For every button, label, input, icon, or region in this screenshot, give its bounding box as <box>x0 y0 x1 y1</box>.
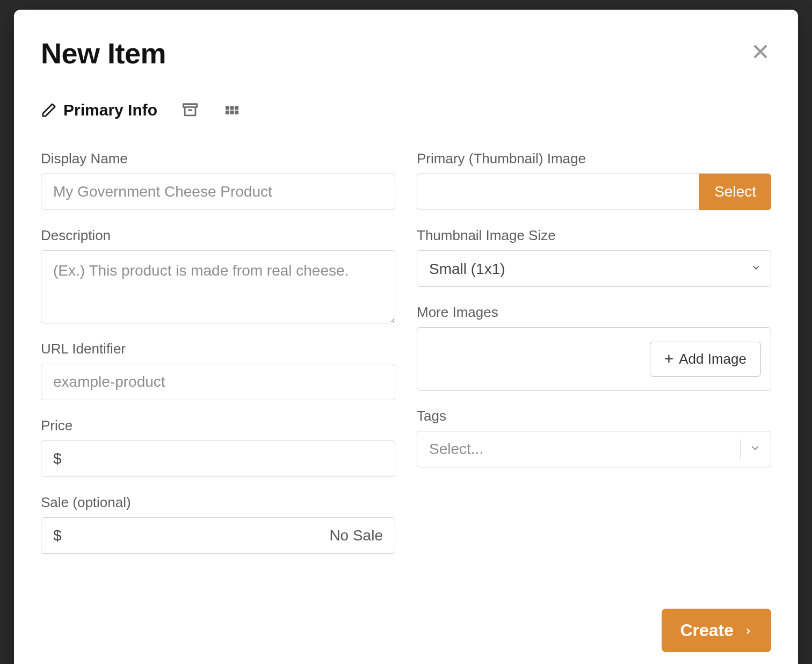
field-display-name: Display Name <box>41 150 395 210</box>
label-tags: Tags <box>417 408 771 424</box>
pencil-icon <box>41 102 57 118</box>
svg-rect-9 <box>235 111 238 114</box>
input-description[interactable] <box>41 250 395 323</box>
modal-header: New Item <box>41 37 771 70</box>
right-column: Primary (Thumbnail) Image Select Thumbna… <box>417 150 771 571</box>
modal-title: New Item <box>41 37 166 70</box>
field-url-identifier: URL Identifier <box>41 341 395 400</box>
svg-rect-4 <box>226 106 229 110</box>
field-more-images: More Images + Add Image <box>417 304 771 391</box>
input-display-name[interactable] <box>41 174 395 210</box>
price-prefix: $ <box>53 450 62 467</box>
tab-archive[interactable] <box>181 101 199 119</box>
label-primary-image: Primary (Thumbnail) Image <box>417 150 771 167</box>
more-images-box: + Add Image <box>417 327 771 391</box>
label-price: Price <box>41 417 395 434</box>
create-button[interactable]: Create <box>662 609 771 652</box>
field-price: Price $ <box>41 417 395 477</box>
form-body: Display Name Description URL Identifier … <box>41 150 771 571</box>
modal-footer: Create <box>41 609 771 652</box>
label-description: Description <box>41 227 395 244</box>
tags-placeholder: Select... <box>429 441 483 458</box>
chevron-down-icon <box>749 441 761 458</box>
input-group-price: $ <box>41 441 395 477</box>
svg-rect-7 <box>226 111 229 114</box>
tab-primary-info[interactable]: Primary Info <box>41 101 157 119</box>
close-button[interactable] <box>750 41 771 62</box>
field-primary-image: Primary (Thumbnail) Image Select <box>417 150 771 210</box>
input-price[interactable] <box>68 450 383 467</box>
tab-grid[interactable] <box>223 101 241 119</box>
input-group-sale: $ No Sale <box>41 517 395 554</box>
field-description: Description <box>41 227 395 323</box>
label-display-name: Display Name <box>41 150 395 167</box>
select-wrap-thumb-size: Small (1x1) <box>417 250 771 287</box>
plus-icon: + <box>664 351 674 367</box>
close-icon <box>751 42 770 61</box>
primary-image-row: Select <box>417 174 771 210</box>
select-thumb-size[interactable]: Small (1x1) <box>417 250 771 287</box>
input-sale[interactable] <box>68 527 330 544</box>
sale-prefix: $ <box>53 527 62 544</box>
add-image-label: Add Image <box>679 351 746 367</box>
tabs: Primary Info <box>41 101 771 119</box>
left-column: Display Name Description URL Identifier … <box>41 150 395 571</box>
sale-suffix: No Sale <box>329 527 383 544</box>
archive-icon <box>181 101 199 119</box>
new-item-modal: New Item Primary Info Display Name Descr… <box>14 10 798 664</box>
field-tags: Tags Select... <box>417 408 771 467</box>
divider <box>740 439 741 459</box>
chevron-right-icon <box>743 620 753 640</box>
svg-rect-5 <box>230 106 234 110</box>
input-url-identifier[interactable] <box>41 364 395 400</box>
field-sale: Sale (optional) $ No Sale <box>41 494 395 554</box>
svg-rect-8 <box>230 111 234 114</box>
select-tags[interactable]: Select... <box>417 431 771 467</box>
create-label: Create <box>680 620 734 640</box>
label-sale: Sale (optional) <box>41 494 395 511</box>
svg-rect-6 <box>235 106 238 110</box>
tab-label: Primary Info <box>63 101 157 119</box>
label-url-identifier: URL Identifier <box>41 341 395 357</box>
select-image-button[interactable]: Select <box>699 174 771 210</box>
label-more-images: More Images <box>417 304 771 321</box>
label-thumb-size: Thumbnail Image Size <box>417 227 771 244</box>
field-thumb-size: Thumbnail Image Size Small (1x1) <box>417 227 771 287</box>
add-image-button[interactable]: + Add Image <box>650 342 761 377</box>
input-primary-image[interactable] <box>417 174 699 210</box>
grid-icon <box>223 101 241 119</box>
